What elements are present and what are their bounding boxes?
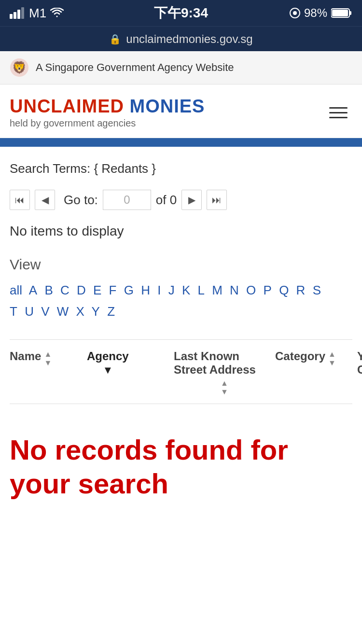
- alpha-nav-Y[interactable]: Y: [92, 304, 100, 319]
- alpha-nav-A[interactable]: A: [29, 283, 37, 297]
- goto-label: Go to:: [64, 193, 98, 208]
- year-sort-icon: ▲ ▼: [357, 378, 362, 395]
- of-text: of 0: [156, 193, 177, 208]
- th-address-label: Last Known Street Address: [174, 350, 256, 376]
- next-page-button[interactable]: ▶: [181, 190, 202, 210]
- alpha-nav-Q[interactable]: Q: [279, 283, 289, 297]
- search-terms-value: { Redants }: [94, 161, 156, 176]
- site-title-block: UNCLAIMED MONIES held by government agen…: [10, 96, 205, 129]
- alpha-nav-J[interactable]: J: [168, 283, 175, 297]
- svg-text:🦁: 🦁: [12, 60, 27, 74]
- lock-icon: 🔒: [109, 33, 121, 45]
- alpha-nav-U[interactable]: U: [25, 304, 34, 319]
- status-bar: M1 下午9:34 98%: [0, 0, 362, 26]
- th-agency-label: Agency: [87, 350, 129, 363]
- alpha-nav-C[interactable]: C: [60, 283, 70, 297]
- th-category-label: Category: [275, 350, 325, 363]
- wifi-icon: [50, 8, 64, 18]
- browser-url: unclaimedmonies.gov.sg: [126, 32, 252, 46]
- svg-rect-7: [349, 11, 351, 15]
- name-sort-down: ▼: [44, 359, 52, 367]
- alpha-nav-S[interactable]: S: [313, 283, 321, 297]
- agency-sort-down-active: ▼: [102, 365, 113, 376]
- goto-input[interactable]: [103, 190, 151, 210]
- search-terms-row: Search Terms: { Redants }: [10, 161, 352, 176]
- svg-rect-1: [14, 12, 16, 19]
- govt-banner: 🦁 A Singapore Government Agency Website: [0, 51, 362, 84]
- category-sort-icon: ▲ ▼: [328, 350, 336, 367]
- address-sort-down: ▼: [221, 388, 228, 396]
- alpha-nav-O[interactable]: O: [246, 283, 256, 297]
- th-category[interactable]: Category ▲ ▼: [275, 350, 357, 367]
- alpha-nav-I[interactable]: I: [157, 283, 161, 297]
- alpha-nav-all[interactable]: all: [10, 283, 22, 297]
- alpha-nav-R[interactable]: R: [296, 283, 306, 297]
- alpha-nav-F[interactable]: F: [109, 283, 117, 297]
- status-time: 下午9:34: [154, 4, 208, 22]
- name-sort-up: ▲: [44, 350, 52, 358]
- record-icon: [290, 8, 300, 18]
- signal-icon: [10, 7, 25, 19]
- title-monies: MONIES: [130, 96, 205, 116]
- alpha-nav-E[interactable]: E: [93, 283, 101, 297]
- battery-icon: [331, 8, 352, 18]
- alpha-nav-T[interactable]: T: [10, 304, 17, 319]
- svg-rect-8: [332, 10, 348, 16]
- th-name-label: Name: [10, 350, 41, 363]
- browser-bar: 🔒 unclaimedmonies.gov.sg: [0, 26, 362, 51]
- svg-rect-2: [17, 10, 20, 19]
- no-records-text: No records found for your search: [10, 433, 352, 500]
- first-page-button[interactable]: ⏮: [10, 190, 30, 210]
- th-address[interactable]: Last Known Street Address ▲ ▼: [174, 350, 275, 396]
- prev-page-button[interactable]: ◀: [35, 190, 55, 210]
- hamburger-menu-button[interactable]: [324, 102, 352, 123]
- address-sort-up: ▲: [221, 379, 228, 387]
- svg-rect-0: [10, 14, 13, 19]
- alpha-nav-G[interactable]: G: [124, 283, 134, 297]
- alpha-nav-P[interactable]: P: [264, 283, 272, 297]
- category-sort-down: ▼: [328, 359, 336, 367]
- site-title: UNCLAIMED MONIES: [10, 96, 205, 117]
- last-page-button[interactable]: ⏭: [207, 190, 227, 210]
- status-right: 98%: [290, 6, 352, 20]
- carrier-label: M1: [29, 6, 46, 21]
- hamburger-line-1: [329, 107, 348, 109]
- no-items-message: No items to display: [10, 224, 352, 239]
- site-header: UNCLAIMED MONIES held by government agen…: [0, 84, 362, 138]
- alpha-nav-X[interactable]: X: [76, 304, 84, 319]
- svg-rect-3: [21, 7, 24, 19]
- th-year[interactable]: Year Collec ▲ ▼: [357, 350, 362, 395]
- alpha-nav-H[interactable]: H: [141, 283, 150, 297]
- table-header-row: Name ▲ ▼ Agency ▼ Last Known Street A: [10, 350, 352, 404]
- title-unclaimed: UNCLAIMED: [10, 96, 124, 116]
- alpha-nav-Z[interactable]: Z: [107, 304, 115, 319]
- lion-icon: 🦁: [10, 58, 29, 77]
- table-section: Name ▲ ▼ Agency ▼ Last Known Street A: [10, 339, 352, 404]
- th-year-label: Year Collec: [357, 350, 362, 376]
- search-terms-label: Search Terms:: [10, 161, 90, 176]
- hamburger-line-2: [329, 112, 348, 113]
- alpha-nav-L[interactable]: L: [197, 283, 204, 297]
- alpha-nav-M[interactable]: M: [212, 283, 223, 297]
- hamburger-line-3: [329, 117, 348, 118]
- th-name[interactable]: Name ▲ ▼: [10, 350, 87, 367]
- accent-bar: [0, 138, 362, 147]
- alpha-nav-K[interactable]: K: [182, 283, 190, 297]
- alpha-nav-W[interactable]: W: [57, 304, 69, 319]
- alpha-nav-V[interactable]: V: [41, 304, 49, 319]
- alpha-nav-D[interactable]: D: [77, 283, 86, 297]
- pagination-row: ⏮ ◀ Go to: of 0 ▶ ⏭: [10, 190, 352, 210]
- name-sort-icon: ▲ ▼: [44, 350, 52, 367]
- category-sort-up: ▲: [328, 350, 336, 358]
- govt-banner-text: A Singapore Government Agency Website: [36, 61, 234, 74]
- battery-percent: 98%: [304, 6, 327, 20]
- alpha-nav: all A B C D E F G H I J K L M N O P Q R …: [10, 280, 352, 322]
- site-subtitle: held by government agencies: [10, 118, 205, 129]
- status-left: M1: [10, 6, 64, 21]
- th-agency[interactable]: Agency ▼: [87, 350, 174, 376]
- no-records-section: No records found for your search: [0, 414, 362, 519]
- alpha-nav-N[interactable]: N: [230, 283, 239, 297]
- svg-point-5: [293, 11, 297, 15]
- alpha-nav-B[interactable]: B: [44, 283, 53, 297]
- view-label: View: [10, 256, 352, 273]
